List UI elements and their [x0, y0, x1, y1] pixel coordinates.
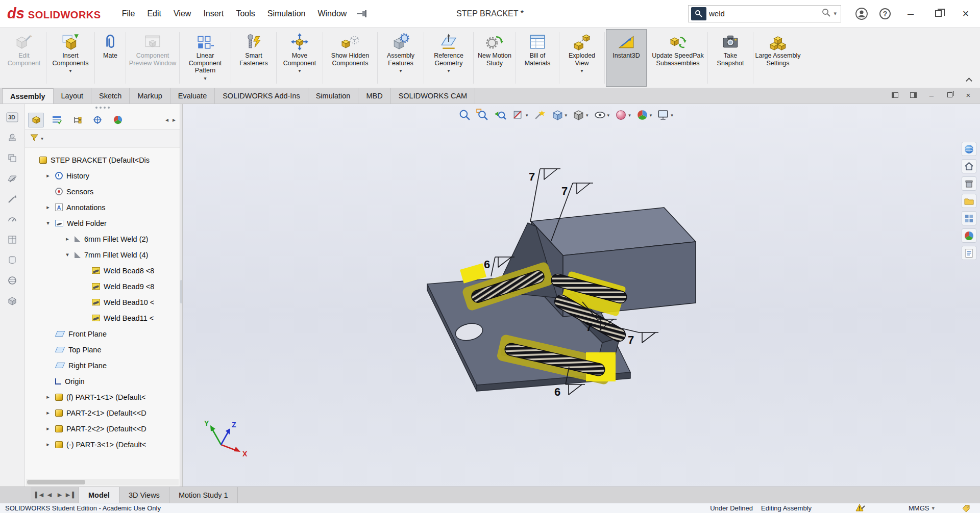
scroll-right-icon[interactable]: ▸ — [172, 115, 177, 124]
featuremanager-tab[interactable] — [28, 113, 44, 127]
expand-arrow-icon[interactable]: ▸ — [44, 441, 52, 448]
sidebar-tool-icon-2[interactable] — [4, 131, 20, 145]
ribbon-collapse-chevron[interactable] — [967, 76, 973, 83]
show-hidden-components-button[interactable]: Show Hidden Components — [324, 29, 376, 87]
menu-file[interactable]: File — [116, 6, 141, 21]
expand-arrow-icon[interactable]: ▸ — [44, 409, 52, 416]
search-dropdown-caret[interactable]: ▾ — [831, 10, 841, 17]
help-icon[interactable]: ? — [875, 4, 895, 24]
exploded-view-button[interactable]: Exploded View ▾ — [560, 29, 603, 87]
dimxpertmanager-tab[interactable] — [89, 113, 105, 127]
tree-item-6mm-fillet-weld[interactable]: ▸ 6mm Fillet Weld (2) — [25, 231, 180, 247]
tab-model[interactable]: Model — [79, 487, 119, 503]
recycle-bin-icon[interactable] — [962, 176, 976, 191]
home-icon[interactable] — [962, 159, 976, 173]
edit-component-button[interactable]: Edit Component — [3, 29, 45, 87]
menu-insert[interactable]: Insert — [198, 6, 229, 21]
component-preview-window-button[interactable]: Component Preview Window — [127, 29, 178, 87]
previous-tab-icon[interactable]: ◀ — [45, 490, 54, 501]
search-icon[interactable] — [821, 8, 831, 19]
tree-item-weld-bead11[interactable]: Weld Bead11 < — [25, 310, 180, 326]
tree-item-part-3[interactable]: ▸ (-) PART-3<1> (Default< — [25, 437, 180, 452]
units-dropdown-caret[interactable]: ▾ — [932, 505, 935, 511]
tab-evaluate[interactable]: Evaluate — [170, 88, 215, 104]
tab-sketch[interactable]: Sketch — [91, 88, 130, 104]
zoom-to-fit-button[interactable] — [458, 109, 471, 121]
tab-markup[interactable]: Markup — [130, 88, 170, 104]
update-speedpak-subassemblies-button[interactable]: Update SpeedPak Subassemblies — [649, 29, 706, 87]
sidebar-tool-icon-8[interactable] — [4, 253, 20, 267]
doc-restore-button[interactable] — [945, 90, 954, 99]
dropdown-caret-icon[interactable]: ▾ — [526, 113, 528, 118]
filter-funnel-icon[interactable] — [30, 134, 39, 143]
doc-close-button[interactable]: × — [964, 90, 973, 99]
tab-3d-views[interactable]: 3D Views — [119, 487, 169, 503]
sidebar-tool-icon-10[interactable] — [4, 294, 20, 308]
tree-item-part-2-2[interactable]: ▸ PART-2<2> (Default<<D — [25, 421, 180, 437]
tree-item-weld-bead10[interactable]: Weld Bead10 < — [25, 294, 180, 310]
menu-tools[interactable]: Tools — [230, 6, 260, 21]
section-view-button[interactable]: ▾ — [512, 109, 528, 121]
zoom-to-area-button[interactable] — [476, 109, 489, 121]
assembly-features-button[interactable]: Assembly Features ▾ — [379, 29, 423, 87]
expand-arrow-icon[interactable]: ▸ — [44, 394, 52, 400]
tab-layout[interactable]: Layout — [54, 88, 92, 104]
move-component-button[interactable]: Move Component ▾ — [278, 29, 322, 87]
user-account-icon[interactable] — [851, 4, 872, 24]
sidebar-tool-icon-4[interactable] — [4, 171, 20, 186]
dropdown-caret-icon[interactable]: ▾ — [628, 113, 631, 118]
propertymanager-tab[interactable] — [48, 113, 64, 127]
dropdown-caret-icon[interactable]: ▾ — [69, 68, 71, 74]
menu-edit[interactable]: Edit — [141, 6, 167, 21]
mate-button[interactable]: Mate — [96, 29, 125, 87]
new-motion-study-button[interactable]: New Motion Study — [475, 29, 514, 87]
tree-item-front-plane[interactable]: Front Plane — [25, 326, 180, 342]
tab-solidworks-cam[interactable]: SOLIDWORKS CAM — [391, 88, 476, 104]
tab-simulation[interactable]: Simulation — [308, 88, 359, 104]
menu-simulation[interactable]: Simulation — [262, 6, 311, 21]
instant3d-button[interactable]: Instant3D — [606, 29, 647, 87]
units-selector[interactable]: MMGS ▾ — [909, 504, 935, 512]
splitter-handle[interactable] — [180, 280, 182, 303]
next-tab-icon[interactable]: ▶ — [55, 490, 64, 501]
custom-properties-icon[interactable] — [962, 246, 976, 260]
dropdown-caret-icon[interactable]: ▾ — [580, 68, 583, 74]
dropdown-caret-icon[interactable]: ▾ — [565, 113, 568, 118]
menu-window[interactable]: Window — [312, 6, 352, 21]
menu-pin-icon[interactable] — [356, 10, 368, 18]
collapse-arrow-icon[interactable]: ▾ — [44, 220, 52, 226]
previous-view-button[interactable] — [494, 109, 507, 121]
dropdown-caret-icon[interactable]: ▾ — [607, 113, 610, 118]
tree-item-step-bracket[interactable]: STEP BRACKET (Default<Dis — [25, 152, 180, 168]
large-assembly-settings-button[interactable]: Large Assembly Settings — [754, 29, 801, 87]
expand-arrow-icon[interactable]: ▸ — [44, 172, 52, 179]
tags-icon[interactable] — [961, 504, 971, 513]
insert-components-button[interactable]: Insert Components ▾ — [47, 29, 93, 87]
dropdown-caret-icon[interactable]: ▾ — [447, 68, 450, 74]
dropdown-caret-icon[interactable]: ▾ — [671, 113, 673, 118]
sidebar-3d-icon[interactable]: 3D — [4, 110, 20, 124]
bill-of-materials-button[interactable]: Bill of Materials — [517, 29, 558, 87]
graphics-viewport[interactable]: 7 7 6 7 7 6 Y Z — [183, 104, 980, 486]
dock-pane-left-icon[interactable] — [890, 90, 899, 99]
tree-item-part-1[interactable]: ▸ (f) PART-1<1> (Default< — [25, 389, 180, 405]
hide-show-items-button[interactable]: ▾ — [594, 109, 610, 121]
tab-assembly[interactable]: Assembly — [2, 88, 54, 104]
tree-item-sensors[interactable]: Sensors — [25, 184, 180, 199]
tree-item-annotations[interactable]: ▸ Annotations — [25, 199, 180, 215]
expand-arrow-icon[interactable]: ▸ — [44, 204, 52, 211]
dock-pane-right-icon[interactable] — [909, 90, 918, 99]
file-explorer-icon[interactable] — [962, 211, 976, 225]
tree-item-part-2-1[interactable]: ▸ PART-2<1> (Default<<D — [25, 405, 180, 421]
view-orientation-button[interactable]: ▾ — [551, 109, 568, 121]
apply-scene-button[interactable]: ▾ — [636, 109, 652, 121]
scroll-left-icon[interactable]: ◂ — [164, 115, 169, 124]
panel-drag-handle[interactable] — [25, 104, 180, 111]
model-view[interactable]: 7 7 6 7 7 6 Y Z — [183, 104, 980, 486]
dynamic-annotation-button[interactable] — [533, 109, 546, 121]
configurationmanager-tab[interactable] — [69, 113, 85, 127]
search-scope-icon[interactable] — [691, 7, 706, 20]
scrollbar-thumb[interactable] — [27, 480, 85, 484]
search-input[interactable] — [709, 9, 821, 18]
sidebar-tool-icon-5[interactable] — [4, 192, 20, 206]
